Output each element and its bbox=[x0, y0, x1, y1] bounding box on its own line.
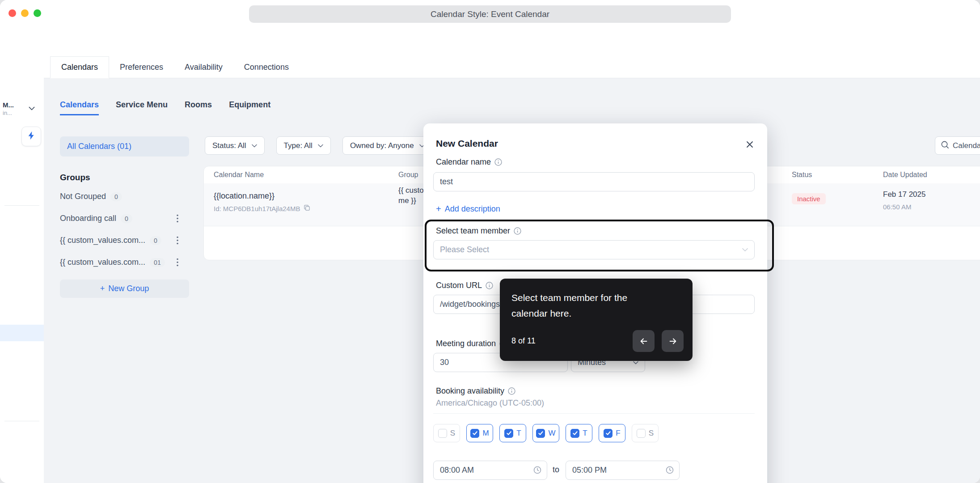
groups-panel: All Calendars (01) Groups Not Grouped0On… bbox=[60, 136, 189, 298]
day-toggle-5[interactable]: F bbox=[599, 424, 625, 442]
day-toggle-0[interactable]: S bbox=[433, 424, 460, 442]
filter-bar: Status: All Type: All Owned by: Anyone bbox=[205, 136, 432, 155]
groups-list: Not Grouped0Onboarding call0{{ custom_va… bbox=[60, 186, 189, 273]
tab-availability[interactable]: Availability bbox=[174, 56, 233, 78]
zoom-window-button[interactable] bbox=[34, 9, 41, 17]
minimize-window-button[interactable] bbox=[21, 9, 29, 17]
chevron-down-icon bbox=[318, 144, 323, 148]
day-label: S bbox=[649, 429, 654, 438]
calendar-name-input[interactable] bbox=[433, 172, 755, 191]
search-icon bbox=[941, 140, 949, 151]
time-from-input[interactable] bbox=[433, 461, 547, 480]
day-label: T bbox=[583, 429, 587, 438]
col-header-date-updated: Date Updated bbox=[883, 171, 927, 179]
tab-preferences[interactable]: Preferences bbox=[109, 56, 174, 78]
date-updated-cell: Feb 17 2025 bbox=[883, 190, 925, 199]
col-header-group: Group bbox=[398, 171, 418, 179]
group-item-3[interactable]: {{ custom_values.com...0 bbox=[60, 229, 189, 251]
time-updated-cell: 06:50 AM bbox=[883, 203, 911, 211]
info-icon bbox=[486, 282, 493, 289]
arrow-right-icon bbox=[668, 336, 678, 346]
calendar-sub-tabs: Calendars Service Menu Rooms Equipment bbox=[60, 100, 270, 115]
tab-connections[interactable]: Connections bbox=[233, 56, 300, 78]
checkbox-checked-icon bbox=[470, 429, 479, 438]
time-to-input[interactable] bbox=[566, 461, 680, 480]
close-icon[interactable] bbox=[745, 140, 755, 149]
plus-icon: + bbox=[436, 204, 441, 214]
status-filter[interactable]: Status: All bbox=[205, 136, 265, 155]
team-member-label: Select team member bbox=[436, 226, 521, 236]
arrow-left-icon bbox=[639, 336, 649, 346]
chevron-down-icon bbox=[252, 144, 257, 148]
day-toggle-2[interactable]: T bbox=[499, 424, 526, 442]
calendar-name-cell[interactable]: {{location.name}} bbox=[214, 191, 275, 201]
booking-days-row: SMTWTFS bbox=[433, 424, 659, 442]
group-name: {{ custom_values.com... bbox=[60, 258, 145, 267]
subtab-service-menu[interactable]: Service Menu bbox=[116, 100, 168, 115]
calendar-name-label-text: Calendar name bbox=[436, 157, 491, 167]
kebab-menu-icon[interactable] bbox=[177, 236, 178, 247]
day-toggle-4[interactable]: T bbox=[566, 424, 592, 442]
tour-text: Select team member for the calendar here… bbox=[511, 290, 650, 321]
type-filter[interactable]: Type: All bbox=[276, 136, 331, 155]
group-count-badge: 0 bbox=[121, 214, 132, 223]
calendar-name-label: Calendar name bbox=[436, 157, 502, 167]
custom-url-label: Custom URL bbox=[436, 280, 493, 290]
clock-icon bbox=[665, 466, 674, 475]
automation-shortcut[interactable] bbox=[21, 127, 41, 146]
tour-nav bbox=[633, 330, 684, 352]
tour-footer: 8 of 11 bbox=[511, 330, 684, 352]
subtab-equipment[interactable]: Equipment bbox=[229, 100, 270, 115]
booking-availability-label: Booking availability bbox=[436, 386, 515, 396]
group-name: Onboarding call bbox=[60, 214, 116, 223]
group-cell: {{ custome }} bbox=[398, 185, 427, 206]
group-name: Not Grouped bbox=[60, 192, 106, 201]
day-label: F bbox=[616, 429, 620, 438]
tour-prev-button[interactable] bbox=[633, 330, 655, 352]
team-member-select[interactable]: Please Select bbox=[433, 240, 755, 259]
timezone-text: America/Chicago (UTC-05:00) bbox=[436, 398, 544, 408]
day-toggle-3[interactable]: W bbox=[532, 424, 559, 442]
subtab-rooms[interactable]: Rooms bbox=[185, 100, 212, 115]
checkbox-unchecked-icon bbox=[637, 429, 646, 438]
day-label: W bbox=[548, 429, 555, 438]
add-description-link[interactable]: + Add description bbox=[436, 204, 500, 214]
sidebar-divider bbox=[4, 205, 39, 206]
tab-calendars[interactable]: Calendars bbox=[50, 56, 109, 78]
chevron-down-icon bbox=[29, 104, 35, 112]
group-item-2[interactable]: Onboarding call0 bbox=[60, 208, 189, 229]
tour-tooltip: Select team member for the calendar here… bbox=[500, 279, 693, 361]
group-count-badge: 01 bbox=[150, 258, 165, 267]
close-window-button[interactable] bbox=[8, 9, 16, 17]
info-icon bbox=[508, 387, 515, 395]
day-label: S bbox=[450, 429, 455, 438]
sidebar-divider bbox=[4, 421, 39, 421]
subtab-calendars[interactable]: Calendars bbox=[60, 100, 99, 115]
copy-icon[interactable] bbox=[304, 204, 310, 212]
day-toggle-1[interactable]: M bbox=[466, 424, 493, 442]
team-member-label-text: Select team member bbox=[436, 226, 510, 236]
all-calendars-button[interactable]: All Calendars (01) bbox=[60, 136, 189, 157]
group-item-1[interactable]: Not Grouped0 bbox=[60, 186, 189, 208]
owned-by-filter[interactable]: Owned by: Anyone bbox=[342, 136, 432, 155]
col-header-status: Status bbox=[792, 171, 812, 179]
day-toggle-6[interactable]: S bbox=[632, 424, 659, 442]
kebab-menu-icon[interactable] bbox=[177, 214, 178, 225]
kebab-menu-icon[interactable] bbox=[177, 258, 178, 269]
owned-by-filter-label: Owned by: Anyone bbox=[350, 141, 414, 150]
calendar-id-cell: Id: MCP6DB1uh17tAjla24MB bbox=[214, 204, 310, 212]
search-input[interactable] bbox=[953, 141, 980, 150]
sidebar-active-item[interactable] bbox=[0, 325, 44, 341]
tour-next-button[interactable] bbox=[662, 330, 684, 352]
checkbox-checked-icon bbox=[536, 429, 545, 438]
checkbox-checked-icon bbox=[570, 429, 579, 438]
groups-heading: Groups bbox=[60, 173, 189, 182]
location-switcher[interactable]: M... in... bbox=[3, 101, 14, 116]
new-group-button[interactable]: + New Group bbox=[60, 280, 189, 298]
group-item-4[interactable]: {{ custom_values.com...01 bbox=[60, 251, 189, 273]
left-sidebar-strip: M... in... bbox=[0, 28, 44, 483]
titlebar: Calendar Style: Event Calendar bbox=[0, 0, 980, 28]
info-icon bbox=[494, 158, 502, 166]
meeting-duration-label: Meeting duration bbox=[436, 339, 507, 348]
chevron-down-icon bbox=[742, 248, 748, 252]
